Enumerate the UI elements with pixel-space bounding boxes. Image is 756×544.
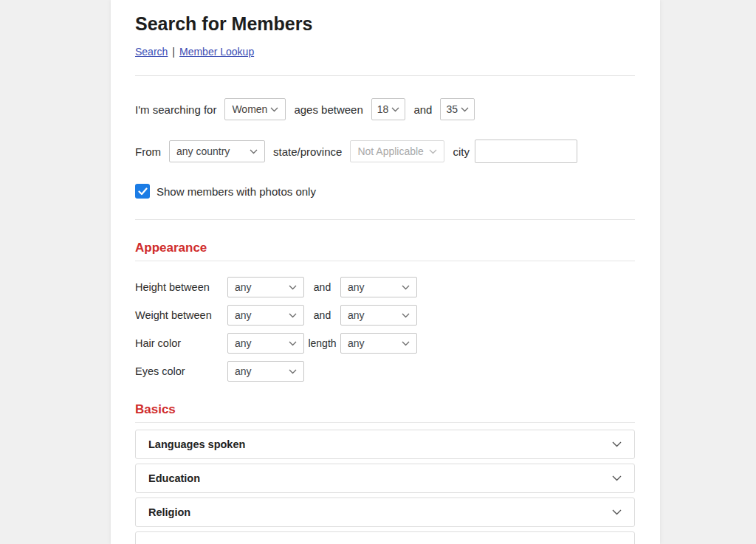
divider [135, 75, 635, 76]
chevron-down-icon [289, 369, 297, 374]
page-title: Search for Members [135, 13, 635, 35]
accordion-education[interactable]: Education [135, 464, 635, 493]
age-min-select[interactable]: 18 [371, 98, 406, 120]
height-from-select[interactable]: any [227, 277, 304, 297]
chevron-down-icon [289, 313, 297, 318]
searching-for-label: I'm searching for [135, 103, 216, 116]
member-lookup-link[interactable]: Member Lookup [179, 46, 254, 58]
photos-only-checkbox[interactable] [135, 184, 150, 199]
weight-and-label: and [304, 309, 340, 321]
hair-length-label: length [304, 337, 340, 349]
photos-only-row: Show members with photos only [135, 184, 635, 199]
height-label: Height between [135, 281, 227, 293]
weight-to-value: any [348, 309, 365, 321]
search-link[interactable]: Search [135, 46, 168, 58]
city-label: city [453, 145, 470, 158]
basics-accordion-list: Languages spoken Education Religion [135, 430, 635, 544]
state-province-value: Not Applicable [357, 145, 424, 157]
accordion-languages-spoken[interactable]: Languages spoken [135, 430, 635, 459]
height-row: Height between any and any [135, 277, 635, 297]
height-and-label: and [304, 281, 340, 293]
chevron-down-icon [612, 475, 622, 481]
state-province-select[interactable]: Not Applicable [350, 140, 444, 162]
eyes-color-label: Eyes color [135, 365, 227, 377]
accordion-label: Languages spoken [148, 438, 245, 450]
hair-color-label: Hair color [135, 337, 227, 349]
hair-row: Hair color any length any [135, 333, 635, 354]
content-card: Search for Members Search|Member Lookup … [111, 0, 660, 544]
country-select-value: any country [176, 145, 230, 157]
chevron-down-icon [402, 313, 410, 318]
height-from-value: any [235, 281, 252, 293]
chevron-down-icon [402, 285, 410, 290]
search-criteria-row: I'm searching for Women ages between 18 … [135, 98, 635, 120]
eyes-color-value: any [235, 365, 252, 377]
height-to-value: any [348, 281, 365, 293]
link-separator: | [172, 46, 175, 58]
basics-heading: Basics [135, 402, 635, 417]
chevron-down-icon [612, 509, 622, 515]
accordion-item-partial[interactable] [135, 531, 635, 544]
accordion-label: Education [148, 472, 200, 484]
divider [135, 422, 635, 423]
country-select[interactable]: any country [169, 140, 265, 162]
weight-to-select[interactable]: any [340, 305, 417, 326]
accordion-label: Religion [148, 506, 190, 518]
height-to-select[interactable]: any [340, 277, 417, 297]
chevron-down-icon [391, 107, 399, 112]
ages-between-label: ages between [294, 103, 362, 116]
divider [135, 261, 635, 261]
chevron-down-icon [250, 149, 258, 154]
weight-from-value: any [235, 309, 252, 321]
hair-color-value: any [235, 337, 252, 349]
chevron-down-icon [270, 107, 278, 112]
eyes-color-select[interactable]: any [227, 361, 304, 382]
photos-only-label: Show members with photos only [157, 185, 316, 198]
weight-label: Weight between [135, 309, 227, 321]
chevron-down-icon [289, 285, 297, 290]
state-province-label: state/province [273, 145, 342, 158]
breadcrumb-links: Search|Member Lookup [135, 46, 635, 58]
city-input[interactable] [475, 140, 577, 163]
appearance-heading: Appearance [135, 241, 635, 255]
location-criteria-row: From any country state/province Not Appl… [135, 140, 635, 163]
eyes-row: Eyes color any [135, 361, 635, 382]
chevron-down-icon [612, 441, 622, 447]
gender-select[interactable]: Women [224, 98, 286, 120]
chevron-down-icon [289, 341, 297, 346]
chevron-down-icon [402, 341, 410, 346]
hair-color-select[interactable]: any [227, 333, 304, 354]
age-min-value: 18 [377, 103, 389, 115]
weight-from-select[interactable]: any [227, 305, 304, 326]
accordion-religion[interactable]: Religion [135, 497, 635, 527]
weight-row: Weight between any and any [135, 305, 635, 326]
checkmark-icon [138, 187, 148, 196]
age-max-value: 35 [446, 103, 458, 115]
chevron-down-icon [429, 149, 437, 154]
from-label: From [135, 145, 161, 158]
gender-select-value: Women [232, 103, 267, 115]
hair-length-select[interactable]: any [340, 333, 417, 354]
chevron-down-icon [461, 107, 469, 112]
divider [135, 219, 635, 220]
and-label: and [413, 103, 432, 116]
hair-length-value: any [348, 337, 365, 349]
age-max-select[interactable]: 35 [440, 98, 475, 120]
